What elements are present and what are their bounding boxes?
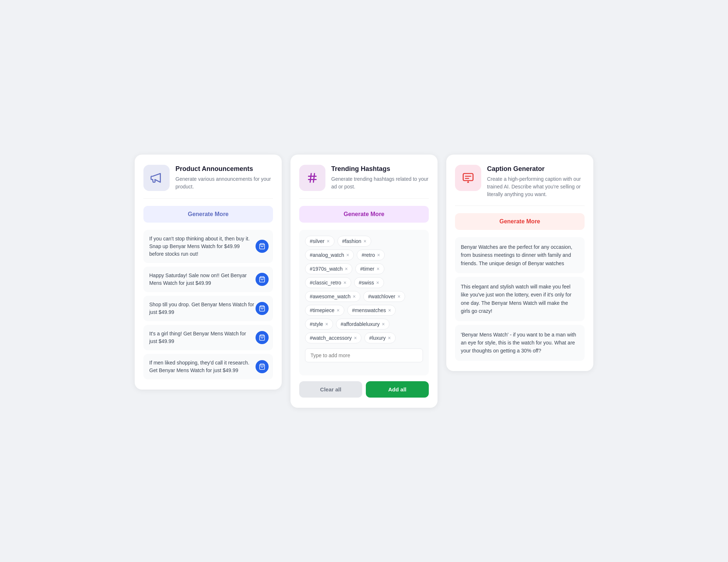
hashtag-tag: #timer × <box>355 263 384 274</box>
remove-tag-button[interactable]: × <box>343 280 346 285</box>
tag-text: #watch_accessory <box>310 335 352 341</box>
generate-btn-announcements[interactable]: Generate More <box>143 206 273 223</box>
remove-tag-button[interactable]: × <box>353 294 356 299</box>
hashtag-tag: #affordableluxury × <box>336 319 389 330</box>
tag-text: #retro <box>361 252 375 258</box>
generate-btn-caption[interactable]: Generate More <box>455 213 585 230</box>
hashtag-tag: #analog_watch × <box>305 250 354 260</box>
bag-icon <box>259 363 265 370</box>
caption-list: Benyar Watches are the perfect for any o… <box>455 237 585 361</box>
card-desc-hashtags: Generate trending hashtags related to yo… <box>331 175 429 191</box>
announcement-text: If men liked shopping, they'd call it re… <box>149 360 249 373</box>
shopify-icon[interactable] <box>256 331 269 344</box>
hashtag-tag: #menswatches × <box>347 305 396 316</box>
caption-item: Benyar Watches are the perfect for any o… <box>455 237 585 273</box>
tag-text: #style <box>310 321 323 327</box>
announcement-item: It's a girl thing! Get Benyar Mens Watch… <box>143 325 273 350</box>
caption-icon <box>462 171 475 184</box>
remove-tag-button[interactable]: × <box>325 322 328 327</box>
bag-icon <box>259 305 265 312</box>
remove-tag-button[interactable]: × <box>388 335 391 340</box>
card-desc-caption: Create a high-performing caption with ou… <box>487 175 585 198</box>
remove-tag-button[interactable]: × <box>388 308 391 313</box>
tag-text: #swiss <box>359 280 374 286</box>
divider-announcements <box>143 198 273 199</box>
card-title-announcements: Product Announcements <box>175 165 273 173</box>
svg-line-2 <box>310 174 311 182</box>
hashtag-tag: #1970s_watch × <box>305 263 352 274</box>
hashtag-tag: #watch_accessory × <box>305 332 361 343</box>
announcement-item: Happy Saturday! Sale now on!! Get Benyar… <box>143 267 273 292</box>
card-header-caption: Caption Generator Create a high-performi… <box>455 165 585 198</box>
hashtag-tag: #silver × <box>305 236 335 247</box>
remove-tag-button[interactable]: × <box>376 280 379 285</box>
announcement-item: Shop till you drop. Get Benyar Mens Watc… <box>143 296 273 321</box>
announcement-text: Happy Saturday! Sale now on!! Get Benyar… <box>149 272 247 286</box>
hashtag-tag: #timepiece × <box>305 305 344 316</box>
remove-tag-button[interactable]: × <box>327 239 329 244</box>
svg-line-3 <box>313 174 314 182</box>
tag-text: #menswatches <box>352 307 386 313</box>
hashtag-tag: #classic_retro × <box>305 277 351 288</box>
remove-tag-button[interactable]: × <box>346 252 349 258</box>
card-text-hashtags: Trending Hashtags Generate trending hash… <box>331 165 429 191</box>
hashtag-actions: Clear all Add all <box>299 381 429 398</box>
megaphone-icon-wrap <box>143 165 170 191</box>
tag-text: #analog_watch <box>310 252 344 258</box>
clear-all-button[interactable]: Clear all <box>299 381 362 398</box>
announcement-text: It's a girl thing! Get Benyar Mens Watch… <box>149 331 246 344</box>
svg-rect-4 <box>463 174 473 181</box>
product-announcements-card: Product Announcements Generate various a… <box>135 155 282 390</box>
card-header-announcements: Product Announcements Generate various a… <box>143 165 273 191</box>
hashtag-icon <box>306 171 319 184</box>
card-desc-announcements: Generate various announcements for your … <box>175 175 273 191</box>
tag-text: #timepiece <box>310 307 335 313</box>
announcement-text: If you can't stop thinking about it, the… <box>149 236 250 257</box>
remove-tag-button[interactable]: × <box>354 335 357 340</box>
hashtag-area: #silver × #fashion × #analog_watch × #re… <box>299 230 429 375</box>
remove-tag-button[interactable]: × <box>377 252 380 258</box>
caption-generator-card: Caption Generator Create a high-performi… <box>446 155 593 371</box>
hashtag-tag: #swiss × <box>354 277 384 288</box>
bag-icon <box>259 243 265 250</box>
shopify-icon[interactable] <box>256 360 269 373</box>
bag-icon <box>259 276 265 283</box>
hashtag-tag: #fashion × <box>337 236 371 247</box>
remove-tag-button[interactable]: × <box>376 266 379 271</box>
remove-tag-button[interactable]: × <box>345 266 348 271</box>
card-header-hashtags: Trending Hashtags Generate trending hash… <box>299 165 429 191</box>
remove-tag-button[interactable]: × <box>337 308 340 313</box>
card-title-caption: Caption Generator <box>487 165 585 173</box>
divider-hashtags <box>299 198 429 199</box>
card-text-announcements: Product Announcements Generate various a… <box>175 165 273 191</box>
divider-caption <box>455 206 585 206</box>
tag-text: #classic_retro <box>310 280 341 286</box>
trending-hashtags-card: Trending Hashtags Generate trending hash… <box>290 155 438 408</box>
add-all-button[interactable]: Add all <box>366 381 429 398</box>
hashtag-tag: #awesome_watch × <box>305 291 360 302</box>
shopify-icon[interactable] <box>256 273 269 286</box>
shopify-icon[interactable] <box>256 302 269 315</box>
remove-tag-button[interactable]: × <box>397 294 400 299</box>
tag-text: #silver <box>310 238 324 244</box>
remove-tag-button[interactable]: × <box>382 322 385 327</box>
bag-icon <box>259 334 265 341</box>
generate-btn-hashtags[interactable]: Generate More <box>299 206 429 223</box>
shopify-icon[interactable] <box>256 240 269 253</box>
hashtag-icon-wrap <box>299 165 325 191</box>
announcement-list: If you can't stop thinking about it, the… <box>143 230 273 379</box>
announcement-text: Shop till you drop. Get Benyar Mens Watc… <box>149 302 254 315</box>
card-title-hashtags: Trending Hashtags <box>331 165 429 173</box>
announcement-item: If you can't stop thinking about it, the… <box>143 230 273 263</box>
hashtag-tag: #watchlover × <box>363 291 405 302</box>
tag-input[interactable] <box>305 348 423 362</box>
caption-icon-wrap <box>455 165 481 191</box>
card-text-caption: Caption Generator Create a high-performi… <box>487 165 585 198</box>
tag-text: #fashion <box>342 238 361 244</box>
remove-tag-button[interactable]: × <box>364 239 367 244</box>
announcement-item: If men liked shopping, they'd call it re… <box>143 354 273 379</box>
hashtag-tag: #retro × <box>357 250 385 260</box>
tags-container: #silver × #fashion × #analog_watch × #re… <box>305 236 423 343</box>
tag-text: #affordableluxury <box>341 321 380 327</box>
tag-text: #luxury <box>369 335 385 341</box>
